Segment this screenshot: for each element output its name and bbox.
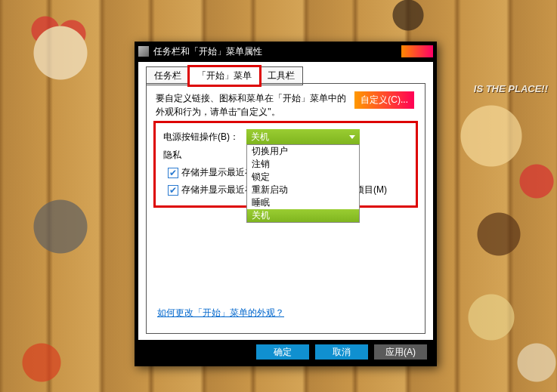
checkbox-programs[interactable] [168,168,178,178]
tab-startmenu[interactable]: 「开始」菜单 [189,66,260,85]
cancel-button[interactable]: 取消 [315,344,368,360]
properties-dialog: 任务栏和「开始」菜单属性 任务栏 「开始」菜单 工具栏 要自定义链接、图标和菜单… [135,42,437,366]
close-button[interactable] [401,45,433,57]
option-sleep[interactable]: 睡眠 [247,196,359,209]
option-switch-user[interactable]: 切换用户 [247,145,359,158]
power-action-label: 电源按钮操作(B)： [163,131,246,144]
help-link[interactable]: 如何更改「开始」菜单的外观？ [157,307,284,319]
titlebar[interactable]: 任务栏和「开始」菜单属性 [135,42,436,60]
option-restart[interactable]: 重新启动 [247,184,359,196]
power-action-select[interactable]: 关机 切换用户 注销 锁定 重新启动 睡眠 关机 [246,129,360,144]
highlighted-section: 电源按钮操作(B)： 关机 切换用户 注销 锁定 重新启动 睡眠 关机 [156,123,416,205]
window-title: 任务栏和「开始」菜单属性 [153,45,401,58]
checkbox-programs-label: 存储并显示最近在 [181,166,254,179]
option-logoff[interactable]: 注销 [247,158,359,171]
privacy-legend: 隐私 [163,149,181,162]
option-shutdown[interactable]: 关机 [247,209,359,222]
power-action-dropdown: 切换用户 注销 锁定 重新启动 睡眠 关机 [246,144,360,223]
checkbox-items[interactable] [168,185,178,196]
checkbox-items-label: 存储并显示最近在 [181,184,254,196]
power-action-value: 关机 [251,131,269,144]
customize-button[interactable]: 自定义(C)... [354,91,414,109]
ok-button[interactable]: 确定 [256,344,309,360]
dialog-client-area: 任务栏 「开始」菜单 工具栏 要自定义链接、图标和菜单在「开始」菜单中的 外观和… [138,62,433,340]
apply-button[interactable]: 应用(A) [374,344,427,360]
tab-body-startmenu: 要自定义链接、图标和菜单在「开始」菜单中的 外观和行为，请单击"自定义"。 自定… [146,83,425,334]
titlebar-icon [138,46,149,57]
option-lock[interactable]: 锁定 [247,171,359,184]
dialog-button-row: 确定 取消 应用(A) [138,341,433,363]
chevron-down-icon [349,135,355,139]
